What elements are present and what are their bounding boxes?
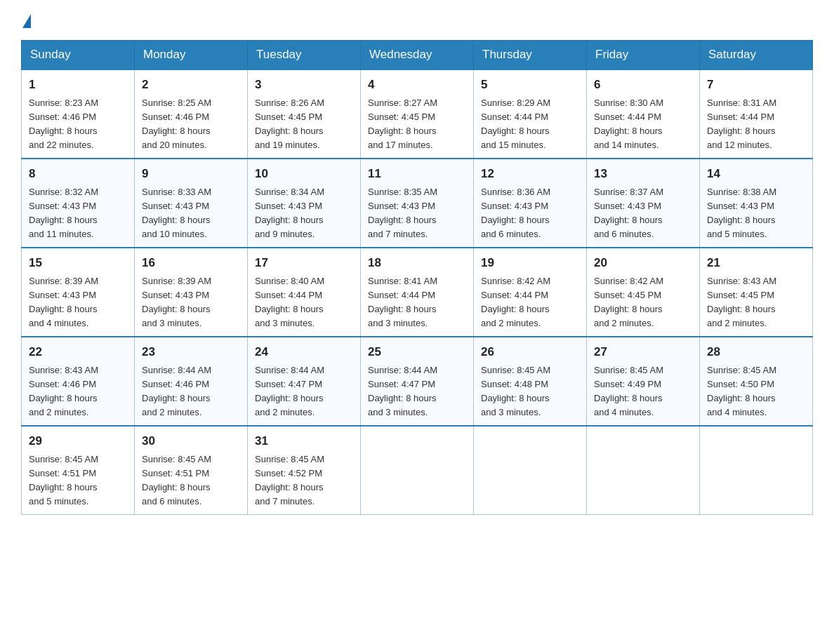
day-number: 30 — [142, 432, 240, 450]
day-number: 3 — [255, 76, 353, 94]
day-cell: 7Sunrise: 8:31 AMSunset: 4:44 PMDaylight… — [700, 69, 813, 159]
day-info: Sunrise: 8:33 AMSunset: 4:43 PMDaylight:… — [142, 185, 240, 242]
day-info: Sunrise: 8:44 AMSunset: 4:46 PMDaylight:… — [142, 363, 240, 420]
day-cell: 18Sunrise: 8:41 AMSunset: 4:44 PMDayligh… — [361, 248, 474, 337]
day-cell: 11Sunrise: 8:35 AMSunset: 4:43 PMDayligh… — [361, 159, 474, 248]
day-cell: 16Sunrise: 8:39 AMSunset: 4:43 PMDayligh… — [135, 248, 248, 337]
day-cell: 20Sunrise: 8:42 AMSunset: 4:45 PMDayligh… — [587, 248, 700, 337]
day-info: Sunrise: 8:45 AMSunset: 4:51 PMDaylight:… — [29, 452, 127, 509]
day-number: 31 — [255, 432, 353, 450]
day-cell — [474, 426, 587, 515]
logo-triangle-icon — [22, 14, 31, 28]
week-row-1: 1Sunrise: 8:23 AMSunset: 4:46 PMDaylight… — [22, 69, 813, 159]
day-number: 5 — [481, 76, 579, 94]
day-info: Sunrise: 8:38 AMSunset: 4:43 PMDaylight:… — [707, 185, 805, 242]
day-cell: 5Sunrise: 8:29 AMSunset: 4:44 PMDaylight… — [474, 69, 587, 159]
day-info: Sunrise: 8:45 AMSunset: 4:48 PMDaylight:… — [481, 363, 579, 420]
calendar-table: SundayMondayTuesdayWednesdayThursdayFrid… — [21, 40, 813, 515]
day-cell: 1Sunrise: 8:23 AMSunset: 4:46 PMDaylight… — [22, 69, 135, 159]
day-number: 22 — [29, 343, 127, 361]
day-cell: 13Sunrise: 8:37 AMSunset: 4:43 PMDayligh… — [587, 159, 700, 248]
day-number: 27 — [594, 343, 692, 361]
day-info: Sunrise: 8:39 AMSunset: 4:43 PMDaylight:… — [142, 274, 240, 331]
day-info: Sunrise: 8:25 AMSunset: 4:46 PMDaylight:… — [142, 96, 240, 153]
day-cell: 10Sunrise: 8:34 AMSunset: 4:43 PMDayligh… — [248, 159, 361, 248]
header-cell-friday: Friday — [587, 41, 700, 70]
day-cell: 15Sunrise: 8:39 AMSunset: 4:43 PMDayligh… — [22, 248, 135, 337]
day-info: Sunrise: 8:39 AMSunset: 4:43 PMDaylight:… — [29, 274, 127, 331]
week-row-5: 29Sunrise: 8:45 AMSunset: 4:51 PMDayligh… — [22, 426, 813, 515]
day-info: Sunrise: 8:42 AMSunset: 4:45 PMDaylight:… — [594, 274, 692, 331]
day-info: Sunrise: 8:44 AMSunset: 4:47 PMDaylight:… — [368, 363, 466, 420]
day-info: Sunrise: 8:37 AMSunset: 4:43 PMDaylight:… — [594, 185, 692, 242]
day-info: Sunrise: 8:42 AMSunset: 4:44 PMDaylight:… — [481, 274, 579, 331]
day-number: 4 — [368, 76, 466, 94]
day-cell: 14Sunrise: 8:38 AMSunset: 4:43 PMDayligh… — [700, 159, 813, 248]
header-cell-thursday: Thursday — [474, 41, 587, 70]
page-header — [21, 14, 813, 26]
day-cell: 22Sunrise: 8:43 AMSunset: 4:46 PMDayligh… — [22, 337, 135, 426]
day-info: Sunrise: 8:45 AMSunset: 4:50 PMDaylight:… — [707, 363, 805, 420]
day-number: 8 — [29, 165, 127, 183]
day-cell: 28Sunrise: 8:45 AMSunset: 4:50 PMDayligh… — [700, 337, 813, 426]
header-cell-sunday: Sunday — [22, 41, 135, 70]
day-number: 2 — [142, 76, 240, 94]
day-cell: 2Sunrise: 8:25 AMSunset: 4:46 PMDaylight… — [135, 69, 248, 159]
day-number: 16 — [142, 254, 240, 272]
logo — [21, 14, 31, 26]
day-cell: 26Sunrise: 8:45 AMSunset: 4:48 PMDayligh… — [474, 337, 587, 426]
day-info: Sunrise: 8:40 AMSunset: 4:44 PMDaylight:… — [255, 274, 353, 331]
day-info: Sunrise: 8:45 AMSunset: 4:49 PMDaylight:… — [594, 363, 692, 420]
day-cell: 4Sunrise: 8:27 AMSunset: 4:45 PMDaylight… — [361, 69, 474, 159]
day-cell: 25Sunrise: 8:44 AMSunset: 4:47 PMDayligh… — [361, 337, 474, 426]
day-info: Sunrise: 8:34 AMSunset: 4:43 PMDaylight:… — [255, 185, 353, 242]
day-cell: 12Sunrise: 8:36 AMSunset: 4:43 PMDayligh… — [474, 159, 587, 248]
day-number: 14 — [707, 165, 805, 183]
day-number: 1 — [29, 76, 127, 94]
day-cell: 23Sunrise: 8:44 AMSunset: 4:46 PMDayligh… — [135, 337, 248, 426]
day-number: 6 — [594, 76, 692, 94]
day-info: Sunrise: 8:31 AMSunset: 4:44 PMDaylight:… — [707, 96, 805, 153]
day-number: 29 — [29, 432, 127, 450]
day-info: Sunrise: 8:45 AMSunset: 4:51 PMDaylight:… — [142, 452, 240, 509]
calendar-header: SundayMondayTuesdayWednesdayThursdayFrid… — [22, 41, 813, 70]
week-row-2: 8Sunrise: 8:32 AMSunset: 4:43 PMDaylight… — [22, 159, 813, 248]
day-info: Sunrise: 8:23 AMSunset: 4:46 PMDaylight:… — [29, 96, 127, 153]
day-number: 11 — [368, 165, 466, 183]
day-cell: 8Sunrise: 8:32 AMSunset: 4:43 PMDaylight… — [22, 159, 135, 248]
week-row-3: 15Sunrise: 8:39 AMSunset: 4:43 PMDayligh… — [22, 248, 813, 337]
day-cell — [587, 426, 700, 515]
day-number: 10 — [255, 165, 353, 183]
day-number: 9 — [142, 165, 240, 183]
day-number: 12 — [481, 165, 579, 183]
day-number: 21 — [707, 254, 805, 272]
logo-text — [21, 14, 31, 29]
day-cell — [361, 426, 474, 515]
day-info: Sunrise: 8:27 AMSunset: 4:45 PMDaylight:… — [368, 96, 466, 153]
day-number: 18 — [368, 254, 466, 272]
day-number: 15 — [29, 254, 127, 272]
day-number: 26 — [481, 343, 579, 361]
day-cell: 19Sunrise: 8:42 AMSunset: 4:44 PMDayligh… — [474, 248, 587, 337]
day-cell: 3Sunrise: 8:26 AMSunset: 4:45 PMDaylight… — [248, 69, 361, 159]
day-number: 25 — [368, 343, 466, 361]
day-cell: 30Sunrise: 8:45 AMSunset: 4:51 PMDayligh… — [135, 426, 248, 515]
day-cell: 9Sunrise: 8:33 AMSunset: 4:43 PMDaylight… — [135, 159, 248, 248]
header-cell-saturday: Saturday — [700, 41, 813, 70]
day-info: Sunrise: 8:43 AMSunset: 4:46 PMDaylight:… — [29, 363, 127, 420]
day-info: Sunrise: 8:26 AMSunset: 4:45 PMDaylight:… — [255, 96, 353, 153]
week-row-4: 22Sunrise: 8:43 AMSunset: 4:46 PMDayligh… — [22, 337, 813, 426]
day-info: Sunrise: 8:35 AMSunset: 4:43 PMDaylight:… — [368, 185, 466, 242]
day-number: 28 — [707, 343, 805, 361]
header-cell-wednesday: Wednesday — [361, 41, 474, 70]
day-info: Sunrise: 8:45 AMSunset: 4:52 PMDaylight:… — [255, 452, 353, 509]
day-info: Sunrise: 8:43 AMSunset: 4:45 PMDaylight:… — [707, 274, 805, 331]
day-cell — [700, 426, 813, 515]
day-number: 19 — [481, 254, 579, 272]
day-cell: 29Sunrise: 8:45 AMSunset: 4:51 PMDayligh… — [22, 426, 135, 515]
header-cell-tuesday: Tuesday — [248, 41, 361, 70]
day-cell: 6Sunrise: 8:30 AMSunset: 4:44 PMDaylight… — [587, 69, 700, 159]
day-cell: 17Sunrise: 8:40 AMSunset: 4:44 PMDayligh… — [248, 248, 361, 337]
day-info: Sunrise: 8:36 AMSunset: 4:43 PMDaylight:… — [481, 185, 579, 242]
day-cell: 21Sunrise: 8:43 AMSunset: 4:45 PMDayligh… — [700, 248, 813, 337]
